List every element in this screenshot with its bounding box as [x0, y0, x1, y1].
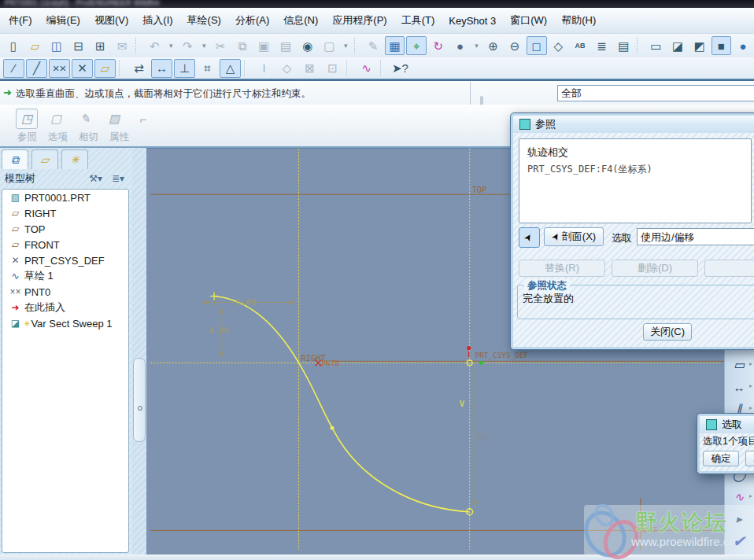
menu-analysis[interactable]: 分析(A) — [228, 11, 276, 30]
close-button[interactable]: 关闭(C) — [643, 323, 692, 341]
constraint-display[interactable]: ⊥ — [174, 59, 195, 78]
tab-tangent[interactable]: 相切 — [79, 131, 99, 144]
shade-menu[interactable]: ▾ — [471, 36, 481, 55]
dim-height-value[interactable]: 4.00 — [209, 326, 229, 336]
datum-display-toggle[interactable]: ∕ — [3, 59, 24, 78]
menu-view[interactable]: 视图(V) — [87, 11, 135, 30]
vertex-display[interactable]: △ — [220, 59, 241, 78]
tree-item-sketch-1[interactable]: ∿草绘 1 — [2, 268, 128, 284]
section-cross[interactable]: ⊠ — [299, 59, 320, 78]
redo[interactable]: ↷ — [177, 36, 198, 55]
save[interactable]: ◫ — [46, 36, 67, 55]
tab-references[interactable]: 参照 — [17, 131, 38, 144]
section-verify[interactable]: ⊡ — [322, 59, 343, 78]
shade-mode[interactable]: ● — [450, 36, 471, 55]
csys-display-toggle[interactable]: ✕ — [72, 59, 93, 78]
menu-applications[interactable]: 应用程序(P) — [325, 11, 394, 30]
grid-display[interactable]: ⌗ — [197, 59, 218, 78]
tree-item-var-sect-sweep-1[interactable]: ◪✳Var Sect Sweep 1 — [2, 315, 128, 331]
section-ibeam[interactable]: I — [253, 59, 275, 78]
hidden-line[interactable]: ◪ — [667, 36, 688, 55]
done-check[interactable]: ✔ — [727, 532, 751, 551]
model-tree-tab[interactable]: ⧉ — [2, 149, 28, 169]
tree-item-prt0001[interactable]: ▧PRT0001.PRT — [2, 190, 128, 205]
replace-button[interactable]: 替换(R) — [519, 260, 605, 277]
references-list[interactable]: 轨迹相交PRT_CSYS_DEF:F4(坐标系) — [519, 138, 752, 223]
copy[interactable]: ⧉ — [232, 36, 253, 55]
references-dialog-titlebar[interactable]: 参照 — [513, 116, 754, 133]
print-preview[interactable]: ⊞ — [91, 36, 111, 55]
zoom-out[interactable]: ⊖ — [505, 36, 525, 55]
cut[interactable]: ✂ — [210, 36, 231, 55]
csys-label[interactable]: PRT_CSYS_DEF — [475, 351, 529, 359]
tree-tools-button[interactable]: ⚒▾ — [86, 171, 105, 186]
layers[interactable]: ≣ — [592, 36, 612, 55]
sketch-spline-curve[interactable] — [214, 296, 470, 511]
tree-item-insert-here[interactable]: ➜在此插入 — [2, 300, 128, 315]
new-file[interactable]: ▯ — [3, 36, 24, 55]
reorient[interactable]: ◇ — [549, 36, 569, 55]
mail[interactable]: ✉ — [112, 36, 132, 55]
tree-item-front[interactable]: ▱FRONT — [2, 237, 128, 252]
point-display-toggle[interactable]: ×× — [49, 59, 70, 78]
dim-display[interactable]: ↔ — [151, 59, 172, 78]
front-datum-label[interactable]: FRONT — [635, 525, 658, 534]
tree-item-pnt0[interactable]: ××PNT0 — [2, 284, 128, 300]
select-arrow-button[interactable]: ➤ — [519, 227, 540, 248]
tab-options[interactable]: 选项 — [48, 131, 68, 144]
tree-settings-button[interactable]: ≣▾ — [109, 171, 128, 186]
erase-display[interactable]: ✎ — [363, 36, 383, 55]
dim-width-value[interactable]: 5.00 — [236, 297, 257, 308]
properties-panel[interactable]: ▨ — [103, 109, 125, 129]
corner-panel[interactable]: ⌐ — [132, 109, 154, 129]
references-panel[interactable]: ◳ — [16, 109, 38, 129]
select-dialog-titlebar[interactable]: 选取 — [700, 416, 754, 433]
dimension-tool[interactable]: ↔ — [727, 378, 751, 396]
wireframe[interactable]: ▭ — [646, 36, 667, 55]
favorites-tab[interactable]: ✳ — [61, 149, 88, 169]
select-box[interactable]: ▢ — [320, 36, 340, 55]
search-filter-field[interactable]: 全部 — [557, 85, 754, 101]
redo-menu[interactable]: ▾ — [199, 36, 209, 55]
menu-insert[interactable]: 插入(I) — [135, 11, 179, 30]
tree-item-prt-csys-def[interactable]: ✕PRT_CSYS_DEF — [2, 252, 128, 268]
menu-tools[interactable]: 工具(T) — [394, 11, 442, 30]
view-manager[interactable]: ▤ — [613, 36, 634, 55]
sketcher-display[interactable]: ▦ — [385, 36, 405, 55]
cancel-button[interactable]: 取消 — [745, 451, 754, 466]
section-button[interactable]: ➤ 剖面(X) — [544, 227, 604, 246]
print[interactable]: ⊟ — [68, 36, 89, 55]
spline-tool[interactable]: ∿ — [727, 488, 751, 507]
delete-button[interactable]: 删除(D) — [612, 260, 698, 277]
sketch-orient[interactable]: ↻ — [428, 36, 449, 55]
refit[interactable]: ◻ — [527, 36, 547, 55]
open-file[interactable]: ▱ — [25, 36, 46, 55]
rectangle-tool[interactable]: ▭ — [727, 356, 751, 374]
spline-waypoint[interactable] — [331, 426, 334, 430]
context-help[interactable]: ➤? — [390, 59, 411, 78]
orient-mode[interactable]: ⌖ — [406, 36, 427, 55]
annotations[interactable]: AB — [570, 36, 590, 55]
sash-handle[interactable] — [133, 358, 146, 442]
no-hidden[interactable]: ◩ — [689, 36, 710, 55]
solve-button[interactable] — [704, 260, 754, 277]
switch-section[interactable]: ⇄ — [128, 59, 150, 78]
flyout-chevron[interactable]: ▸ — [727, 510, 751, 529]
options-panel[interactable]: ▢ — [45, 109, 67, 129]
shaded[interactable]: ■ — [711, 36, 732, 55]
dim-depth-value[interactable]: 63 — [478, 433, 488, 443]
paste[interactable]: ▣ — [254, 36, 275, 55]
menu-edit[interactable]: 编辑(E) — [39, 11, 87, 30]
reference-type-combobox[interactable]: 使用边/偏移 — [637, 228, 754, 245]
find[interactable]: ◉ — [298, 36, 318, 55]
tab-properties[interactable]: 属性 — [109, 131, 130, 144]
paste-special[interactable]: ▤ — [275, 36, 296, 55]
undo[interactable]: ↶ — [144, 36, 164, 55]
nav-style[interactable]: ● — [733, 36, 753, 55]
select-box-menu[interactable]: ▾ — [341, 36, 350, 55]
zoom-in[interactable]: ⊕ — [483, 36, 504, 55]
green-reference-dot[interactable] — [479, 361, 483, 365]
tree-item-top[interactable]: ▱TOP — [2, 221, 128, 237]
menu-file[interactable]: 件(F) — [2, 11, 39, 30]
plane-display-toggle[interactable]: ▱ — [94, 59, 116, 78]
